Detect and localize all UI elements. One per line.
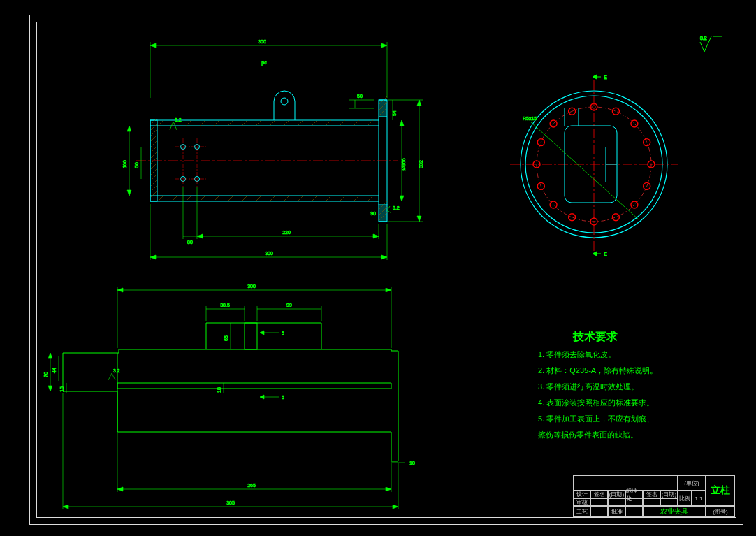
svg-line-56: [270, 196, 275, 201]
institution: 农业夹具: [643, 506, 706, 517]
svg-line-60: [326, 196, 331, 201]
svg-line-61: [340, 196, 345, 201]
svg-point-128: [631, 201, 638, 208]
svg-text:80: 80: [187, 240, 193, 245]
svg-line-20: [151, 164, 157, 169]
svg-line-54: [242, 196, 247, 201]
svg-text:54: 54: [392, 110, 397, 116]
svg-line-58: [298, 196, 303, 201]
svg-text:50: 50: [357, 94, 363, 99]
svg-marker-77: [150, 43, 156, 48]
svg-line-52: [214, 196, 219, 201]
svg-text:5: 5: [282, 331, 284, 335]
svg-line-24: [151, 186, 157, 191]
drawing-svg: 300 pc 332 Ø166 54 50 100 50: [0, 0, 756, 536]
tech-req-2: 2. 材料：Q235-A，除有特殊说明。: [538, 365, 657, 376]
tech-req-3: 3. 零件须进行高温时效处理。: [538, 382, 639, 392]
svg-text:65: 65: [224, 335, 228, 341]
svg-line-32: [158, 120, 163, 126]
svg-line-49: [172, 196, 177, 201]
svg-marker-165: [386, 288, 391, 292]
svg-point-129: [612, 214, 619, 221]
svg-marker-198: [117, 487, 123, 491]
svg-text:10: 10: [409, 461, 415, 465]
svg-text:3.2: 3.2: [393, 205, 400, 210]
tech-req-title: 技术要求: [573, 330, 618, 345]
svg-line-51: [200, 196, 205, 201]
svg-line-44: [326, 120, 331, 126]
svg-line-37: [228, 120, 233, 126]
svg-text:300: 300: [265, 251, 273, 256]
svg-line-16: [151, 141, 157, 147]
drawing-canvas: 300 pc 332 Ø166 54 50 100 50: [0, 0, 756, 536]
drawing-name: 立柱: [711, 484, 730, 497]
svg-line-50: [186, 196, 191, 201]
svg-marker-189: [260, 395, 264, 399]
svg-line-34: [186, 120, 191, 126]
svg-rect-1: [379, 205, 387, 222]
svg-marker-186: [260, 331, 264, 335]
svg-text:332: 332: [419, 160, 423, 168]
svg-line-46: [354, 120, 359, 126]
svg-marker-204: [63, 505, 68, 509]
svg-marker-99: [127, 190, 131, 196]
svg-marker-88: [400, 120, 404, 126]
svg-marker-83: [417, 216, 421, 222]
svg-line-59: [312, 196, 317, 201]
svg-marker-148: [593, 75, 597, 79]
svg-line-15: [151, 136, 157, 141]
svg-marker-199: [386, 487, 391, 491]
svg-rect-0: [379, 100, 387, 117]
tech-req-6: 擦伤等损伤零件表面的缺陷。: [538, 430, 638, 440]
svg-line-43: [312, 120, 317, 126]
svg-line-36: [214, 120, 219, 126]
svg-text:265: 265: [247, 483, 256, 488]
svg-line-22: [151, 175, 157, 180]
tech-req-4: 4. 表面涂装按照相应的标准要求。: [538, 398, 654, 408]
svg-point-136: [550, 120, 557, 127]
svg-line-39: [256, 120, 261, 126]
svg-point-131: [569, 214, 576, 221]
svg-text:38.5: 38.5: [220, 303, 230, 307]
svg-line-35: [200, 120, 205, 126]
svg-line-14: [151, 130, 157, 136]
svg-text:300: 300: [258, 39, 266, 44]
svg-text:3.2: 3.2: [700, 36, 707, 41]
svg-line-48: [158, 196, 163, 201]
svg-text:15: 15: [59, 386, 64, 392]
svg-marker-179: [48, 386, 52, 391]
svg-text:Ø166: Ø166: [401, 158, 406, 170]
svg-marker-151: [593, 252, 597, 256]
svg-text:70: 70: [43, 372, 48, 377]
svg-marker-108: [197, 234, 203, 238]
svg-line-62: [354, 196, 359, 201]
svg-text:220: 220: [282, 230, 291, 235]
tech-req-1: 1. 零件须去除氧化皮。: [538, 349, 616, 360]
svg-text:99: 99: [286, 303, 292, 307]
svg-line-42: [298, 120, 303, 126]
svg-line-17: [151, 147, 157, 152]
svg-line-23: [151, 180, 157, 186]
svg-point-141: [644, 139, 650, 146]
svg-text:3.2: 3.2: [175, 117, 182, 122]
svg-text:50: 50: [134, 162, 139, 168]
svg-text:3.2: 3.2: [113, 368, 120, 373]
svg-marker-205: [393, 505, 398, 509]
svg-point-139: [612, 108, 619, 115]
svg-text:90: 90: [370, 211, 376, 216]
svg-line-45: [340, 120, 345, 126]
svg-line-57: [284, 196, 289, 201]
svg-text:E: E: [604, 252, 607, 256]
svg-text:E: E: [604, 75, 607, 80]
svg-line-47: [368, 120, 373, 126]
svg-marker-78: [381, 43, 387, 48]
svg-rect-157: [245, 323, 257, 349]
svg-line-41: [284, 120, 289, 126]
svg-text:5: 5: [282, 395, 284, 400]
svg-text:R5x15: R5x15: [523, 116, 537, 121]
svg-text:305: 305: [226, 500, 235, 505]
svg-line-25: [151, 191, 157, 197]
svg-text:100: 100: [122, 160, 127, 168]
svg-line-12: [151, 119, 157, 124]
svg-line-153: [531, 122, 639, 220]
